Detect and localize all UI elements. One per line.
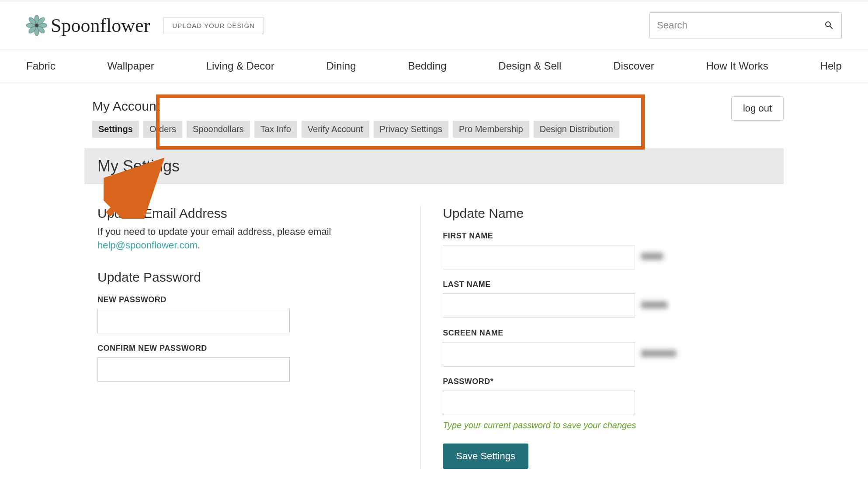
main-nav: Fabric Wallpaper Living & Decor Dining B…: [0, 49, 868, 83]
nav-discover[interactable]: Discover: [613, 60, 654, 72]
last-name-input[interactable]: [443, 293, 635, 318]
tab-pro-membership[interactable]: Pro Membership: [453, 121, 529, 138]
header: Spoonflower UPLOAD YOUR DESIGN: [0, 2, 868, 49]
new-password-input[interactable]: [97, 309, 290, 333]
last-name-label: LAST NAME: [443, 280, 771, 289]
search-box[interactable]: [649, 12, 842, 38]
nav-fabric[interactable]: Fabric: [26, 60, 56, 72]
content-container: log out My Account Settings Orders Spoon…: [84, 83, 784, 495]
nav-help[interactable]: Help: [820, 60, 842, 72]
tab-tax-info[interactable]: Tax Info: [254, 121, 297, 138]
logo[interactable]: Spoonflower: [26, 14, 150, 37]
search-input[interactable]: [657, 20, 824, 31]
update-name-title: Update Name: [443, 206, 771, 221]
my-account-section: My Account Settings Orders Spoondollars …: [84, 94, 784, 144]
save-settings-button[interactable]: Save Settings: [443, 444, 528, 469]
email-helper-prefix: If you need to update your email address…: [97, 226, 331, 237]
settings-header: My Settings: [84, 148, 784, 184]
my-account-title: My Account: [92, 99, 776, 114]
tab-settings[interactable]: Settings: [92, 121, 139, 138]
svg-point-8: [35, 24, 38, 27]
upload-design-button[interactable]: UPLOAD YOUR DESIGN: [163, 17, 264, 34]
first-name-label: FIRST NAME: [443, 231, 771, 241]
update-password-title: Update Password: [97, 270, 399, 285]
nav-dining[interactable]: Dining: [326, 60, 356, 72]
first-name-redacted: [641, 253, 663, 260]
email-helper-suffix: .: [198, 240, 200, 251]
nav-living-decor[interactable]: Living & Decor: [206, 60, 274, 72]
flower-icon: [26, 15, 47, 36]
confirm-password-input[interactable]: [97, 357, 290, 382]
settings-body: Update Email Address If you need to upda…: [84, 184, 784, 495]
help-email-link[interactable]: help@spoonflower.com: [97, 240, 198, 251]
tab-orders[interactable]: Orders: [143, 121, 182, 138]
password-hint: Type your current password to save your …: [443, 420, 771, 430]
current-password-input[interactable]: [443, 391, 635, 415]
brand-name: Spoonflower: [51, 14, 150, 37]
screen-name-redacted: [641, 350, 676, 357]
nav-how-it-works[interactable]: How It Works: [706, 60, 768, 72]
screen-name-input[interactable]: [443, 342, 635, 367]
last-name-redacted: [641, 301, 667, 308]
nav-wallpaper[interactable]: Wallpaper: [108, 60, 154, 72]
update-email-title: Update Email Address: [97, 206, 399, 221]
new-password-label: NEW PASSWORD: [97, 295, 399, 304]
tab-design-distribution[interactable]: Design Distribution: [534, 121, 619, 138]
settings-left-column: Update Email Address If you need to upda…: [97, 206, 420, 469]
tab-verify-account[interactable]: Verify Account: [302, 121, 369, 138]
update-email-helper: If you need to update your email address…: [97, 225, 399, 252]
first-name-input[interactable]: [443, 245, 635, 269]
account-tabs: Settings Orders Spoondollars Tax Info Ve…: [92, 121, 776, 138]
settings-right-column: Update Name FIRST NAME LAST NAME SCREEN …: [420, 206, 771, 469]
confirm-password-label: CONFIRM NEW PASSWORD: [97, 344, 399, 353]
nav-bedding[interactable]: Bedding: [408, 60, 446, 72]
tab-spoondollars[interactable]: Spoondollars: [187, 121, 250, 138]
screen-name-label: SCREEN NAME: [443, 328, 771, 338]
page-title: My Settings: [97, 157, 771, 175]
nav-design-sell[interactable]: Design & Sell: [498, 60, 561, 72]
tab-privacy-settings[interactable]: Privacy Settings: [374, 121, 448, 138]
current-password-label: PASSWORD*: [443, 377, 771, 386]
search-icon[interactable]: [824, 20, 834, 31]
